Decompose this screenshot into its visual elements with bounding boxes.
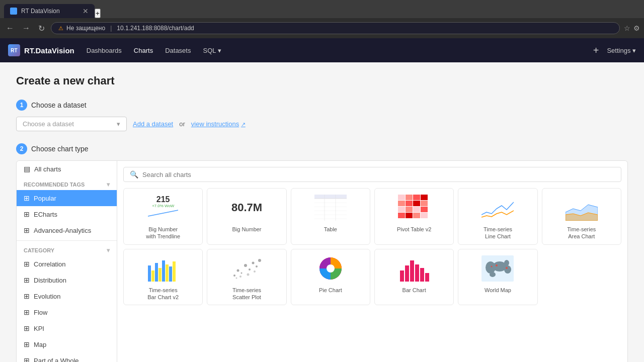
distribution-icon: ⊞ bbox=[24, 276, 30, 284]
recommended-tags-section[interactable]: Recommended tags ▾ bbox=[17, 177, 117, 190]
sidebar-item-all-charts[interactable]: ▤ All charts bbox=[17, 161, 117, 177]
chart-preview-big-number: 80.7M bbox=[211, 193, 282, 223]
chart-preview-bar bbox=[379, 253, 449, 284]
svg-rect-10 bbox=[406, 195, 413, 200]
svg-rect-12 bbox=[421, 195, 428, 200]
recommended-tags-arrow: ▾ bbox=[107, 181, 110, 188]
sidebar-map-label: Map bbox=[34, 341, 46, 348]
back-button[interactable]: ← bbox=[4, 23, 16, 34]
svg-point-62 bbox=[491, 265, 493, 267]
kpi-icon: ⊞ bbox=[24, 324, 30, 332]
dropdown-arrow-icon: ▾ bbox=[117, 120, 120, 128]
svg-rect-27 bbox=[148, 265, 151, 282]
dataset-select[interactable]: Choose a dataset ▾ bbox=[16, 117, 127, 131]
chart-card-time-series-line[interactable]: Time-seriesLine Chart bbox=[458, 188, 537, 245]
svg-point-45 bbox=[247, 273, 250, 276]
forward-button[interactable]: → bbox=[20, 23, 32, 34]
address-bar[interactable]: ⚠ Не защищено | 10.1.241.188:8088/chart/… bbox=[51, 22, 620, 34]
chart-card-pie[interactable]: Pie Chart bbox=[291, 249, 370, 306]
nav-settings-button[interactable]: Settings ▾ bbox=[607, 47, 636, 54]
chart-name-time-series-scatter: Time-seriesScatter Plot bbox=[211, 287, 282, 301]
nav-dashboards[interactable]: Dashboards bbox=[87, 45, 122, 56]
svg-rect-31 bbox=[162, 260, 165, 282]
svg-rect-30 bbox=[158, 268, 162, 282]
nav-datasets[interactable]: Datasets bbox=[165, 45, 191, 56]
chart-card-big-number-trendline[interactable]: 215 +7.0% WoW Big Numberwith Trendline bbox=[123, 188, 203, 245]
chart-name-pivot-table: Pivot Table v2 bbox=[379, 226, 449, 233]
chart-card-table[interactable]: Table bbox=[291, 188, 370, 245]
chart-name-big-number-trendline: Big Numberwith Trendline bbox=[128, 226, 198, 240]
extensions-icon[interactable]: ⚙ bbox=[633, 24, 640, 32]
chart-name-time-series-line: Time-seriesLine Chart bbox=[462, 226, 533, 240]
recommended-tags-label: Recommended tags bbox=[24, 182, 85, 188]
sidebar-echarts-label: ECharts bbox=[34, 211, 57, 218]
sidebar-evolution-label: Evolution bbox=[34, 293, 60, 300]
svg-rect-11 bbox=[413, 195, 420, 200]
sidebar-item-echarts[interactable]: ⊞ ECharts bbox=[17, 206, 117, 222]
search-input[interactable] bbox=[142, 171, 615, 178]
sidebar-item-evolution[interactable]: ⊞ Evolution bbox=[17, 288, 117, 304]
new-tab-button[interactable]: + bbox=[95, 9, 101, 18]
view-instructions-link[interactable]: view instructions ↗ bbox=[191, 120, 246, 128]
sidebar-item-part-of-whole[interactable]: ⊞ Part of a Whole bbox=[17, 352, 117, 362]
secure-label: Не защищено bbox=[66, 25, 105, 32]
sidebar-item-correlation[interactable]: ⊞ Correlation bbox=[17, 256, 117, 272]
sidebar-item-flow[interactable]: ⊞ Flow bbox=[17, 304, 117, 320]
svg-point-44 bbox=[239, 276, 242, 278]
nav-add-button[interactable]: + bbox=[593, 45, 599, 56]
nav-charts[interactable]: Charts bbox=[134, 45, 153, 56]
tab-favicon bbox=[10, 8, 17, 15]
sidebar-kpi-label: KPI bbox=[34, 325, 44, 332]
chart-card-big-number[interactable]: 80.7M Big Number bbox=[207, 188, 286, 245]
svg-rect-22 bbox=[406, 213, 413, 218]
svg-rect-18 bbox=[406, 207, 413, 212]
all-charts-icon: ▤ bbox=[24, 165, 30, 173]
step1-number: 1 bbox=[16, 100, 27, 111]
svg-rect-9 bbox=[398, 195, 405, 200]
svg-point-42 bbox=[258, 259, 261, 262]
chart-type-section: ▤ All charts Recommended tags ▾ ⊞ Popula… bbox=[16, 160, 628, 362]
bookmark-icon[interactable]: ☆ bbox=[624, 24, 630, 32]
svg-rect-53 bbox=[420, 268, 424, 282]
add-dataset-text: Add a dataset bbox=[133, 120, 173, 128]
category-section[interactable]: Category ▾ bbox=[17, 243, 117, 256]
chart-card-time-series-area[interactable]: Time-seriesArea Chart bbox=[542, 188, 621, 245]
sidebar-item-popular[interactable]: ⊞ Popular bbox=[17, 190, 117, 206]
active-tab[interactable]: RT DataVision ✕ bbox=[4, 4, 95, 18]
sidebar-distribution-label: Distribution bbox=[34, 277, 66, 284]
svg-rect-34 bbox=[173, 261, 176, 282]
sidebar-item-distribution[interactable]: ⊞ Distribution bbox=[17, 272, 117, 288]
chart-card-bar[interactable]: Bar Chart bbox=[374, 249, 454, 306]
svg-rect-29 bbox=[155, 263, 158, 282]
svg-point-39 bbox=[249, 268, 251, 270]
chart-preview-pivot-table bbox=[379, 193, 449, 223]
chart-card-time-series-bar-v2[interactable]: Time-seriesBar Chart v2 bbox=[123, 249, 203, 306]
chart-name-big-number: Big Number bbox=[211, 226, 282, 233]
svg-rect-51 bbox=[410, 260, 414, 282]
chart-name-time-series-area: Time-seriesArea Chart bbox=[546, 226, 617, 240]
chart-card-world-map[interactable]: World Map bbox=[458, 249, 537, 306]
svg-point-36 bbox=[237, 269, 239, 272]
evolution-icon: ⊞ bbox=[24, 292, 30, 300]
popular-icon: ⊞ bbox=[24, 194, 30, 202]
svg-rect-32 bbox=[166, 264, 169, 282]
svg-rect-14 bbox=[406, 201, 413, 206]
reload-button[interactable]: ↻ bbox=[36, 23, 47, 34]
svg-point-60 bbox=[504, 260, 509, 266]
svg-point-63 bbox=[506, 267, 508, 269]
chart-card-pivot-table[interactable]: Pivot Table v2 bbox=[374, 188, 454, 245]
dataset-placeholder: Choose a dataset bbox=[23, 120, 74, 128]
svg-rect-19 bbox=[413, 207, 420, 212]
sidebar-item-kpi[interactable]: ⊞ KPI bbox=[17, 320, 117, 336]
add-dataset-link[interactable]: Add a dataset bbox=[133, 120, 173, 128]
chart-preview-world-map bbox=[462, 253, 533, 284]
tab-bar: RT DataVision ✕ + bbox=[0, 0, 644, 18]
sidebar-item-map[interactable]: ⊞ Map bbox=[17, 336, 117, 352]
svg-point-46 bbox=[254, 270, 256, 273]
svg-rect-0 bbox=[314, 195, 347, 199]
tab-close-btn[interactable]: ✕ bbox=[83, 7, 89, 15]
chart-card-time-series-scatter[interactable]: Time-seriesScatter Plot bbox=[207, 249, 286, 306]
chart-main: 🔍 215 +7.0% WoW bbox=[117, 161, 627, 362]
nav-sql[interactable]: SQL ▾ bbox=[203, 45, 221, 56]
sidebar-item-advanced-analytics[interactable]: ⊞ Advanced-Analytics bbox=[17, 222, 117, 238]
